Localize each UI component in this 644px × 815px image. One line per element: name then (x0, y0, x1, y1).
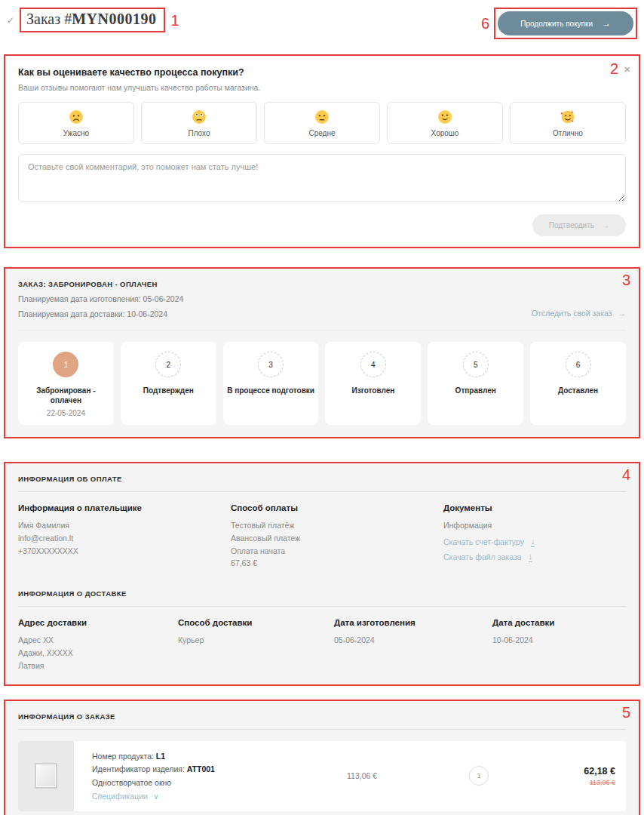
delivery-date-column: Дата доставки 10-06-2024 (492, 618, 626, 672)
arrow-right-icon: → (602, 18, 611, 29)
order-section-title: ИНФОРМАЦИЯ О ЗАКАЗЕ (18, 712, 626, 721)
step-label: Подтвержден (124, 386, 213, 395)
page-header: ✓ Заказ #MYN000190 1 6 Продолжить покупк… (4, 6, 640, 39)
product-total-price: 62,18 € (535, 766, 615, 777)
delivery-address-title: Адрес доставки (18, 618, 178, 627)
bad-face-icon (142, 109, 256, 125)
product-quantity-wrap: 1 (422, 766, 535, 786)
rating-label: Средне (265, 129, 379, 137)
terrible-face-icon (19, 109, 133, 125)
chevron-down-icon: ∨ (153, 790, 159, 804)
production-date-value: 05-06-2024 (334, 634, 492, 647)
step-delivered: 6 Доставлен (530, 342, 626, 425)
delivery-date-line: Планируемая дата доставки: 10-06-2024 (18, 309, 183, 318)
product-unit-price: 113,06 € (347, 771, 422, 780)
order-title-wrap: ✓ Заказ #MYN000190 1 (7, 8, 179, 32)
payment-method-line: Оплата начата (231, 545, 443, 558)
continue-shopping-button-top[interactable]: Продолжить покупки→ (498, 11, 633, 35)
top-continue-wrap: 6 Продолжить покупки→ (481, 8, 637, 39)
survey-corner: 2 × (610, 61, 630, 76)
rating-bad[interactable]: Плохо (141, 102, 257, 144)
step-date: 22-05-2024 (21, 409, 111, 417)
product-name: Одностворчатое окно (92, 777, 339, 790)
step-circle: 5 (463, 352, 489, 377)
product-details: Номер продукта: L1 Идентификатор изделия… (74, 741, 347, 811)
step-label: В процессе подготовки (226, 386, 316, 395)
delivery-address-column: Адрес доставки Адрес XX Адажи, XXXXX Лат… (18, 618, 178, 672)
step-shipped: 5 Отправлен (428, 342, 523, 425)
payment-method-title: Способ оплаты (231, 503, 443, 512)
svg-text:♥: ♥ (561, 111, 563, 115)
rating-excellent[interactable]: ♥♥♥ Отлично (510, 102, 626, 144)
delivery-method-title: Способ доставки (178, 618, 334, 627)
step-confirmed: 2 Подтвержден (121, 342, 216, 425)
download-invoice-link[interactable]: Скачать счет-фактуру ↓ (443, 537, 626, 547)
delivery-date-value: 10-06-2024 (492, 634, 626, 647)
documents-info: Информация (443, 519, 626, 532)
rating-average[interactable]: Средне (264, 102, 380, 144)
production-date-title: Дата изготовления (334, 618, 492, 627)
address-line: Адажи, XXXXX (18, 647, 178, 660)
download-icon: ↓ (531, 537, 535, 547)
arrow-right-icon: → (618, 309, 627, 318)
product-thumbnail (18, 741, 74, 811)
rating-label: Отлично (511, 129, 625, 137)
divider (18, 606, 626, 607)
rating-label: Плохо (142, 129, 256, 137)
rating-options: Ужасно Плохо Средне Хорошо (18, 102, 626, 144)
product-row: Номер продукта: L1 Идентификатор изделия… (18, 741, 626, 811)
annotation-label-4: 4 (622, 467, 630, 482)
step-label: Доставлен (533, 386, 623, 395)
status-top: ЗАКАЗ: ЗАБРОНИРОВАН - ОПЛАЧЕН Планируема… (18, 280, 626, 318)
step-label: Изготовлен (328, 386, 418, 395)
annotation-box-1: Заказ #MYN000190 (20, 8, 165, 32)
rating-label: Хорошо (388, 129, 502, 137)
quantity-badge: 1 (469, 766, 489, 786)
status-summary: ЗАКАЗ: ЗАБРОНИРОВАН - ОПЛАЧЕН Планируема… (18, 280, 183, 318)
payer-phone: +370XXXXXXXX (18, 545, 231, 558)
window-product-icon (35, 763, 57, 789)
address-line: Адрес XX (18, 634, 178, 647)
production-date-column: Дата изготовления 05-06-2024 (334, 618, 492, 672)
check-icon: ✓ (7, 15, 14, 26)
product-id-line: Идентификатор изделия: ATT001 (92, 763, 339, 777)
rating-label: Ужасно (19, 129, 133, 137)
delivery-date-title: Дата доставки (492, 618, 626, 627)
arrow-right-icon: → (602, 221, 609, 229)
step-reserved-paid: 1 Забронирован - оплачен 22-05-2024 (18, 342, 114, 425)
annotation-label-3: 3 (622, 272, 630, 288)
rating-terrible[interactable]: Ужасно (18, 102, 134, 144)
product-old-price: 113,06 € (535, 779, 615, 786)
download-order-file-link[interactable]: Скачать файл заказа ↓ (443, 552, 626, 562)
payment-method-line: Авансовый платеж (231, 532, 443, 545)
svg-text:♥: ♥ (571, 110, 573, 114)
payer-title: Информация о плательщике (18, 503, 231, 512)
annotation-box-6-top: Продолжить покупки→ (494, 8, 637, 39)
submit-feedback-button[interactable]: Подтвердить→ (532, 214, 626, 236)
status-steps: 1 Забронирован - оплачен 22-05-2024 2 По… (18, 330, 626, 425)
step-label: Отправлен (431, 386, 520, 395)
payment-section-title: ИНФОРМАЦИЯ ОБ ОПЛАТЕ (18, 475, 626, 483)
divider (18, 491, 626, 492)
survey-title: Как вы оцениваете качество процесса поку… (18, 67, 626, 78)
step-label: Забронирован - оплачен (21, 386, 111, 405)
average-face-icon (265, 109, 379, 125)
payment-method-line: Тестовый платёж (231, 519, 443, 532)
good-face-icon (388, 109, 502, 125)
survey-actions: Подтвердить→ (18, 214, 626, 236)
track-order-link[interactable]: Отследить свой заказ→ (532, 309, 626, 318)
delivery-columns: Адрес доставки Адрес XX Адажи, XXXXX Лат… (18, 618, 626, 672)
payer-name: Имя Фамилия (18, 519, 231, 532)
close-icon[interactable]: × (624, 63, 630, 75)
delivery-section-title: ИНФОРМАЦИЯ О ДОСТАВКЕ (18, 589, 626, 598)
product-total-wrap: 62,18 € 113,06 € (535, 766, 626, 786)
rating-good[interactable]: Хорошо (387, 102, 503, 144)
delivery-method-column: Способ доставки Курьер (178, 618, 334, 672)
delivery-method-value: Курьер (178, 634, 334, 647)
comment-input[interactable] (18, 154, 626, 202)
excellent-face-icon: ♥♥♥ (511, 109, 625, 125)
payer-email: info@creation.lt (18, 532, 231, 545)
specifications-link[interactable]: Спецификации∨ (92, 790, 159, 804)
step-in-preparation: 3 В процессе подготовки (223, 342, 319, 425)
download-icon: ↓ (529, 552, 533, 562)
